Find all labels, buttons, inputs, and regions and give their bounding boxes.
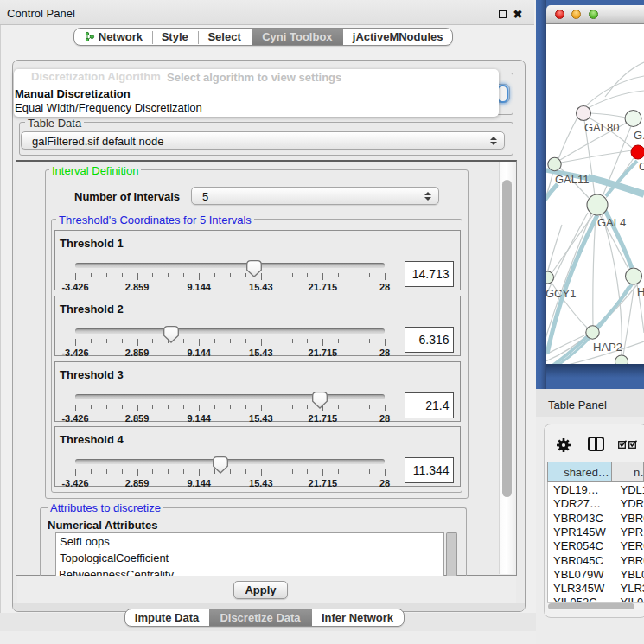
svg-text:GCY1: GCY1 <box>546 287 576 300</box>
svg-text:GAL11: GAL11 <box>555 173 590 186</box>
svg-text:H: H <box>637 285 644 298</box>
svg-text:C: C <box>639 160 644 173</box>
svg-text:G.: G. <box>634 129 644 142</box>
svg-text:GAL80: GAL80 <box>584 121 619 134</box>
svg-text:GAL4: GAL4 <box>597 216 626 229</box>
svg-text:HAP2: HAP2 <box>593 341 622 354</box>
